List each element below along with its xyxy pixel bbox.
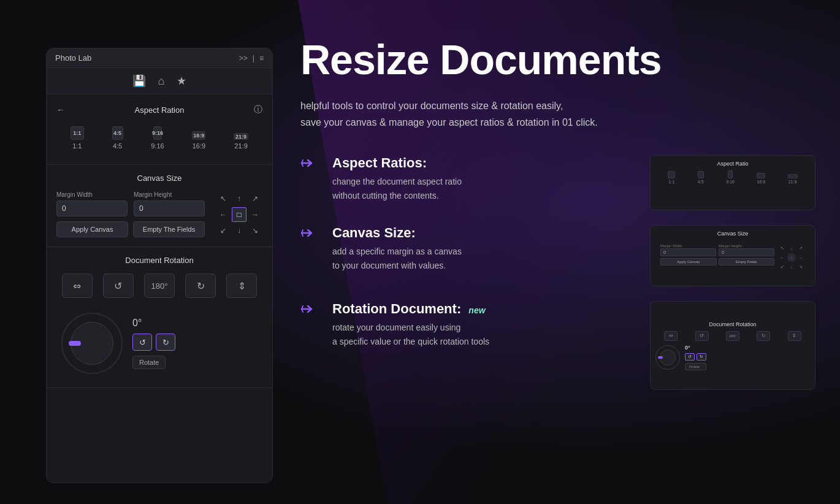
feature-preview-rotation: Document Rotation ⇔ ↺ 180° ↻ ⇕ <box>650 301 815 390</box>
prev-empty-btn: Empty Fields <box>719 258 775 265</box>
rotation-dial-area: 0° ↺ ↻ Rotate <box>56 308 262 379</box>
prev-btn-row: Apply Canvas Empty Fields <box>660 258 774 265</box>
flip-horizontal-btn[interactable]: ⇔ <box>62 273 93 298</box>
transform-downright[interactable]: ↘ <box>248 223 262 238</box>
preview-rotation-title: Document Rotation <box>655 321 810 327</box>
feature-arrow-icon-1 <box>300 158 314 172</box>
transform-upright[interactable]: ↗ <box>248 191 262 206</box>
prev-apply-btn: Apply Canvas <box>660 258 717 265</box>
rotate-cw-step-btn[interactable]: ↻ <box>156 334 175 351</box>
prev-ar-9-16: 9:16 <box>726 170 735 184</box>
prev-rotate-label: Rotate <box>685 363 706 370</box>
rotate-label[interactable]: Rotate <box>132 356 166 369</box>
feature-text-aspect: Aspect Ratios: change the document aspec… <box>332 155 632 202</box>
panel-header: Photo Lab >> | ≡ <box>47 48 272 68</box>
margin-height-input[interactable] <box>134 200 205 216</box>
degree-display: 0° <box>132 318 142 329</box>
feature-item-aspect: Aspect Ratios: change the document aspec… <box>300 155 815 210</box>
panel-header-icons: >> | ≡ <box>239 54 264 63</box>
info-button[interactable]: ⓘ <box>254 104 262 115</box>
canvas-size-title: Canvas Size <box>56 174 262 183</box>
canvas-size-content: Margin Width Margin Height Apply Canvas … <box>56 191 262 238</box>
prev-ar-icon-4-5 <box>698 171 704 178</box>
ar-item-9-16[interactable]: 9:16 9:16 <box>151 126 164 150</box>
margin-width-input[interactable] <box>56 200 128 216</box>
feature-item-canvas: Canvas Size: add a specific margin as a … <box>300 225 815 286</box>
flip-vertical-btn[interactable]: ⇕ <box>226 273 257 298</box>
subtitle-line1: helpful tools to control your documents … <box>300 101 563 111</box>
apply-canvas-button[interactable]: Apply Canvas <box>56 221 128 237</box>
rotation-title: Document Rotation <box>56 256 262 265</box>
rotation-section: Document Rotation ⇔ ↺ 180° ↻ ⇕ 0° ↺ ↻ Ro <box>47 247 272 388</box>
save-icon[interactable]: 💾 <box>132 74 146 88</box>
prev-input-row: Margin Width 0 Margin Height 0 <box>660 244 774 256</box>
forward-icon[interactable]: >> <box>239 54 248 63</box>
transform-up[interactable]: ↑ <box>232 191 246 206</box>
transform-right[interactable]: → <box>248 207 262 222</box>
prev-ar-icon-1-1 <box>668 171 675 178</box>
panel-toolbar: 💾 ⌂ ★ <box>47 68 272 94</box>
subtitle-line2: save your canvas & manage your aspect ra… <box>300 117 598 128</box>
ar-item-16-9[interactable]: 16:9 16:9 <box>192 131 205 150</box>
canvas-size-section: Canvas Size Margin Width Margin Height A… <box>47 165 272 247</box>
transform-upleft[interactable]: ↖ <box>216 191 231 206</box>
feature-title-rotation: Rotation Document: new <box>332 301 632 317</box>
transform-center[interactable]: □ <box>232 207 246 222</box>
ptc-ul: ↖ <box>778 244 787 253</box>
rotate-cw-btn[interactable]: ↻ <box>185 273 216 298</box>
aspect-ratio-section: ← Aspect Ration ⓘ 1:1 1:1 4:5 4:5 9:16 9… <box>47 94 272 165</box>
transform-down[interactable]: ↓ <box>232 223 246 238</box>
rotate-180-btn[interactable]: 180° <box>144 273 175 298</box>
star-icon[interactable]: ★ <box>177 74 186 88</box>
margin-height-label: Margin Height <box>134 191 205 198</box>
ar-item-4-5[interactable]: 4:5 4:5 <box>112 126 123 150</box>
input-row: Margin Width Margin Height <box>56 191 205 216</box>
canvas-inputs: Margin Width Margin Height Apply Canvas … <box>56 191 205 237</box>
ptc-ur: ↗ <box>796 244 805 253</box>
rotate-ccw-step-btn[interactable]: ↺ <box>132 334 152 351</box>
prev-rot-b-cw: ↻ <box>697 353 706 361</box>
prev-ar-icon-21-9 <box>788 174 798 178</box>
dial-indicator <box>69 341 81 346</box>
rotation-buttons: ⇔ ↺ 180° ↻ ⇕ <box>56 273 262 298</box>
preview-canvas-title: Canvas Size <box>657 231 809 237</box>
rotate-ccw-btn[interactable]: ↺ <box>103 273 134 298</box>
ar-item-21-9[interactable]: 21:9 21:9 <box>234 133 248 150</box>
ar-item-1-1[interactable]: 1:1 1:1 <box>71 126 84 150</box>
prev-dial <box>655 345 680 370</box>
left-panel: Photo Lab >> | ≡ 💾 ⌂ ★ ← Aspect Ration ⓘ… <box>46 48 273 483</box>
back-button[interactable]: ← <box>56 105 65 115</box>
ar-icon-21-9: 21:9 <box>234 133 248 140</box>
feature-text-rotation: Rotation Document: new rotate your docum… <box>332 301 632 348</box>
transform-left[interactable]: ← <box>216 207 231 222</box>
feature-arrow-icon-3 <box>300 304 314 318</box>
prev-rot-b-ccw: ↺ <box>685 353 695 361</box>
preview-aspect-inner: Aspect Ratio 1:1 4:5 9:16 <box>651 156 815 210</box>
new-badge: new <box>468 305 485 315</box>
aspect-ratio-title: Aspect Ration <box>65 105 254 115</box>
home-icon[interactable]: ⌂ <box>158 75 165 88</box>
margin-height-group: Margin Height <box>134 191 205 216</box>
menu-icon[interactable]: ≡ <box>259 54 264 63</box>
preview-inputs-area: Margin Width 0 Margin Height 0 Apply Can… <box>660 244 774 265</box>
ptc-u: ↑ <box>787 244 796 253</box>
empty-fields-button[interactable]: Empty The Fields <box>133 221 205 237</box>
prev-margin-w-group: Margin Width 0 <box>660 244 716 256</box>
prev-margin-h-group: Margin Height 0 <box>719 244 774 256</box>
prev-ar-1-1: 1:1 <box>668 171 675 184</box>
rotate-step-buttons: ↺ ↻ <box>132 334 175 351</box>
prev-ar-21-9: 21:9 <box>788 174 798 184</box>
prev-ar-icon-9-16 <box>728 170 733 178</box>
dial-outer <box>61 313 123 374</box>
prev-flip-v: ⇕ <box>788 331 801 341</box>
divider-icon: | <box>253 54 254 63</box>
transform-grid: ↖ ↑ ↗ ← □ → ↙ ↓ ↘ <box>216 191 262 238</box>
rotation-dial[interactable] <box>61 313 123 374</box>
feature-desc-rotation: rotate your document easily using a spec… <box>332 321 632 348</box>
prev-ar-icon-16-9 <box>757 173 765 178</box>
prev-degree: 0° <box>685 345 706 351</box>
ar-icon-16-9: 16:9 <box>192 131 205 140</box>
transform-downleft[interactable]: ↙ <box>216 223 231 238</box>
feature-preview-canvas: Canvas Size Margin Width 0 Margin Height <box>650 225 815 286</box>
feature-desc-canvas: add a specific margin as a canvas to you… <box>332 245 632 272</box>
